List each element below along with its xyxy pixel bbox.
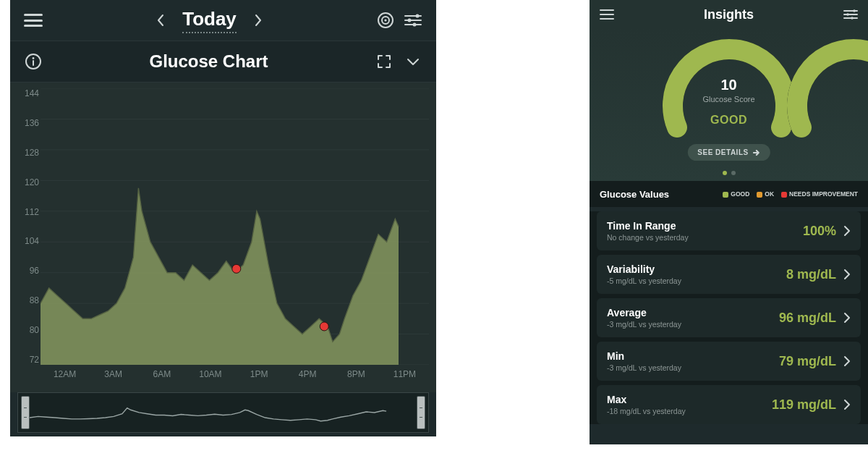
legend-needs: NEEDS IMPROVEMENT (789, 190, 858, 198)
metric-delta: No change vs yesterday (607, 233, 803, 242)
top-bar: Today (10, 0, 436, 41)
metric-card[interactable]: Variability-5 mg/dL vs yesterday8 mg/dL (597, 255, 861, 294)
y-axis-ticks: 14413612812011210496888072 (10, 88, 42, 365)
glucose-values-header: Glucose Values GOOD OK NEEDS IMPROVEMENT (590, 181, 868, 207)
glucose-score-value: 10 (590, 77, 868, 93)
metric-value: 100% (803, 224, 836, 239)
see-details-label: SEE DETAILS (697, 148, 748, 156)
metric-card[interactable]: Max-18 mg/dL vs yesterday119 mg/dL (597, 385, 861, 424)
settings-button[interactable] (403, 10, 423, 30)
metric-value: 96 mg/dL (779, 311, 836, 326)
status-legend: GOOD OK NEEDS IMPROVEMENT (723, 190, 858, 198)
metric-name: Variability (607, 263, 786, 275)
chevron-right-icon (843, 399, 851, 410)
svg-point-23 (320, 322, 328, 331)
insights-screen: Insights 10 Glucose Score GOO (590, 0, 868, 444)
glucose-metrics-list: Time In RangeNo change vs yesterday100%V… (590, 211, 868, 424)
svg-point-8 (413, 23, 417, 27)
glucose-chart[interactable]: 14413612812011210496888072 12AM3AM6AM10A… (10, 83, 436, 392)
svg-point-6 (408, 19, 412, 22)
collapse-button[interactable] (403, 51, 423, 72)
svg-point-25 (853, 9, 856, 12)
chevron-right-icon (843, 355, 851, 367)
metric-card[interactable]: Time In RangeNo change vs yesterday100% (597, 211, 861, 250)
svg-point-22 (232, 264, 241, 273)
insights-title: Insights (614, 7, 843, 22)
chevron-right-icon (843, 312, 851, 324)
metric-name: Time In Range (607, 220, 803, 232)
page-dot-1 (723, 171, 727, 175)
metric-name: Max (607, 394, 772, 405)
metric-delta: -18 mg/dL vs yesterday (607, 407, 772, 415)
metric-card[interactable]: Average-3 mg/dL vs yesterday96 mg/dL (597, 298, 861, 337)
time-scrubber[interactable] (17, 392, 429, 433)
insights-top-bar: Insights (590, 0, 868, 29)
svg-point-2 (384, 19, 386, 21)
info-button[interactable] (23, 51, 43, 72)
target-button[interactable] (375, 10, 396, 30)
hamburger-icon (24, 14, 43, 27)
chart-title: Glucose Chart (43, 51, 374, 72)
chevron-right-icon (843, 225, 851, 237)
metric-value: 119 mg/dL (772, 397, 836, 413)
metric-card[interactable]: Min-3 mg/dL vs yesterday79 mg/dL (597, 342, 861, 381)
glucose-score-label: Glucose Score (590, 95, 868, 104)
svg-point-27 (846, 13, 849, 16)
metric-value: 79 mg/dL (779, 354, 836, 369)
hamburger-icon (600, 9, 614, 20)
chevron-right-icon (843, 269, 851, 280)
settings-button[interactable] (843, 9, 858, 20)
arrow-right-icon (753, 150, 760, 156)
scrubber-preview (30, 397, 417, 425)
x-axis-ticks: 12AM3AM6AM10AM1PM4PM8PM11PM (41, 369, 429, 387)
metric-name: Average (607, 307, 779, 318)
chart-header: Glucose Chart (10, 41, 436, 83)
metric-name: Min (607, 350, 779, 362)
scrubber-handle-left[interactable] (21, 396, 30, 429)
page-indicator[interactable] (723, 171, 736, 175)
prev-day-button[interactable] (150, 10, 171, 30)
next-day-button[interactable] (248, 10, 268, 30)
svg-point-10 (33, 57, 35, 59)
svg-point-4 (416, 14, 420, 18)
legend-ok: OK (765, 190, 774, 198)
metric-delta: -5 mg/dL vs yesterday (607, 276, 786, 285)
legend-good: GOOD (731, 190, 749, 198)
menu-button[interactable] (600, 9, 614, 20)
see-details-button[interactable]: SEE DETAILS (687, 144, 770, 161)
glucose-score-status: GOOD (590, 114, 868, 127)
metric-value: 8 mg/dL (786, 267, 836, 282)
metric-delta: -3 mg/dL vs yesterday (607, 363, 779, 372)
page-dot-2 (731, 171, 736, 175)
date-label[interactable]: Today (182, 8, 237, 33)
fullscreen-button[interactable] (374, 51, 394, 72)
svg-point-29 (851, 17, 854, 20)
glucose-chart-screen: Today Glucose Chart (10, 0, 436, 436)
glucose-values-title: Glucose Values (600, 189, 723, 200)
metric-delta: -3 mg/dL vs yesterday (607, 320, 779, 329)
menu-button[interactable] (23, 10, 43, 30)
scrubber-handle-right[interactable] (417, 396, 425, 429)
score-gauge-area: 10 Glucose Score GOOD SEE DETAILS (590, 29, 868, 181)
